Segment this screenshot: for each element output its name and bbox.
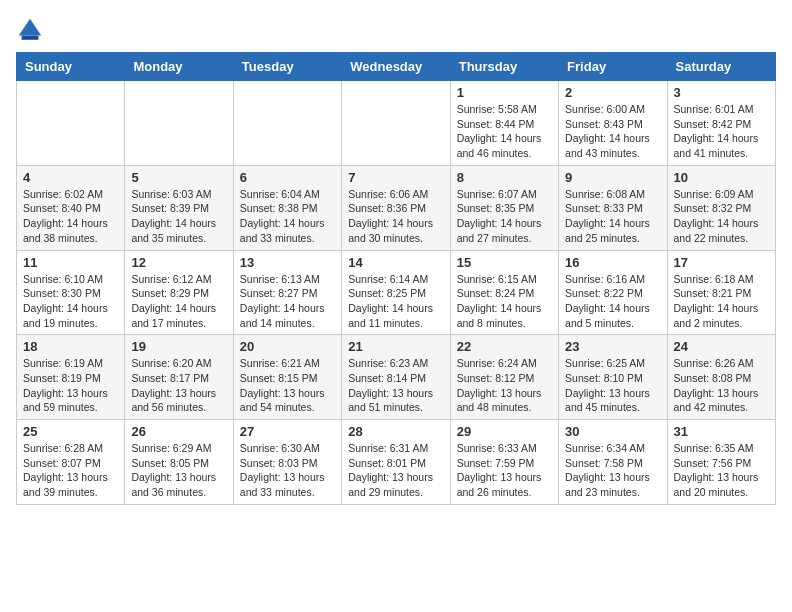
week-row-2: 11Sunrise: 6:10 AM Sunset: 8:30 PM Dayli… — [17, 250, 776, 335]
week-row-3: 18Sunrise: 6:19 AM Sunset: 8:19 PM Dayli… — [17, 335, 776, 420]
svg-rect-1 — [22, 36, 39, 40]
day-detail: Sunrise: 6:15 AM Sunset: 8:24 PM Dayligh… — [457, 272, 552, 331]
day-detail: Sunrise: 6:03 AM Sunset: 8:39 PM Dayligh… — [131, 187, 226, 246]
day-number: 19 — [131, 339, 226, 354]
week-row-0: 1Sunrise: 5:58 AM Sunset: 8:44 PM Daylig… — [17, 81, 776, 166]
day-detail: Sunrise: 5:58 AM Sunset: 8:44 PM Dayligh… — [457, 102, 552, 161]
day-number: 26 — [131, 424, 226, 439]
day-number: 21 — [348, 339, 443, 354]
day-number: 23 — [565, 339, 660, 354]
day-detail: Sunrise: 6:30 AM Sunset: 8:03 PM Dayligh… — [240, 441, 335, 500]
calendar-cell: 15Sunrise: 6:15 AM Sunset: 8:24 PM Dayli… — [450, 250, 558, 335]
day-number: 24 — [674, 339, 769, 354]
day-detail: Sunrise: 6:35 AM Sunset: 7:56 PM Dayligh… — [674, 441, 769, 500]
calendar-cell — [125, 81, 233, 166]
day-number: 27 — [240, 424, 335, 439]
day-detail: Sunrise: 6:09 AM Sunset: 8:32 PM Dayligh… — [674, 187, 769, 246]
day-detail: Sunrise: 6:23 AM Sunset: 8:14 PM Dayligh… — [348, 356, 443, 415]
calendar-cell: 6Sunrise: 6:04 AM Sunset: 8:38 PM Daylig… — [233, 165, 341, 250]
calendar-cell: 16Sunrise: 6:16 AM Sunset: 8:22 PM Dayli… — [559, 250, 667, 335]
calendar-cell: 3Sunrise: 6:01 AM Sunset: 8:42 PM Daylig… — [667, 81, 775, 166]
calendar-cell: 22Sunrise: 6:24 AM Sunset: 8:12 PM Dayli… — [450, 335, 558, 420]
calendar-cell: 19Sunrise: 6:20 AM Sunset: 8:17 PM Dayli… — [125, 335, 233, 420]
day-number: 17 — [674, 255, 769, 270]
day-detail: Sunrise: 6:07 AM Sunset: 8:35 PM Dayligh… — [457, 187, 552, 246]
calendar-cell: 28Sunrise: 6:31 AM Sunset: 8:01 PM Dayli… — [342, 420, 450, 505]
day-detail: Sunrise: 6:20 AM Sunset: 8:17 PM Dayligh… — [131, 356, 226, 415]
day-number: 29 — [457, 424, 552, 439]
day-detail: Sunrise: 6:14 AM Sunset: 8:25 PM Dayligh… — [348, 272, 443, 331]
day-number: 14 — [348, 255, 443, 270]
calendar-cell: 7Sunrise: 6:06 AM Sunset: 8:36 PM Daylig… — [342, 165, 450, 250]
day-number: 13 — [240, 255, 335, 270]
week-row-4: 25Sunrise: 6:28 AM Sunset: 8:07 PM Dayli… — [17, 420, 776, 505]
calendar-cell: 4Sunrise: 6:02 AM Sunset: 8:40 PM Daylig… — [17, 165, 125, 250]
day-detail: Sunrise: 6:18 AM Sunset: 8:21 PM Dayligh… — [674, 272, 769, 331]
day-number: 12 — [131, 255, 226, 270]
calendar-cell — [233, 81, 341, 166]
header-sunday: Sunday — [17, 53, 125, 81]
calendar-cell: 23Sunrise: 6:25 AM Sunset: 8:10 PM Dayli… — [559, 335, 667, 420]
day-detail: Sunrise: 6:13 AM Sunset: 8:27 PM Dayligh… — [240, 272, 335, 331]
day-number: 22 — [457, 339, 552, 354]
calendar-cell: 11Sunrise: 6:10 AM Sunset: 8:30 PM Dayli… — [17, 250, 125, 335]
day-detail: Sunrise: 6:12 AM Sunset: 8:29 PM Dayligh… — [131, 272, 226, 331]
calendar-cell: 26Sunrise: 6:29 AM Sunset: 8:05 PM Dayli… — [125, 420, 233, 505]
day-detail: Sunrise: 6:26 AM Sunset: 8:08 PM Dayligh… — [674, 356, 769, 415]
day-number: 8 — [457, 170, 552, 185]
day-number: 30 — [565, 424, 660, 439]
day-detail: Sunrise: 6:06 AM Sunset: 8:36 PM Dayligh… — [348, 187, 443, 246]
day-number: 25 — [23, 424, 118, 439]
calendar-cell: 27Sunrise: 6:30 AM Sunset: 8:03 PM Dayli… — [233, 420, 341, 505]
day-number: 28 — [348, 424, 443, 439]
day-detail: Sunrise: 6:08 AM Sunset: 8:33 PM Dayligh… — [565, 187, 660, 246]
day-detail: Sunrise: 6:24 AM Sunset: 8:12 PM Dayligh… — [457, 356, 552, 415]
calendar-cell: 24Sunrise: 6:26 AM Sunset: 8:08 PM Dayli… — [667, 335, 775, 420]
day-number: 6 — [240, 170, 335, 185]
calendar-cell: 2Sunrise: 6:00 AM Sunset: 8:43 PM Daylig… — [559, 81, 667, 166]
day-number: 31 — [674, 424, 769, 439]
day-detail: Sunrise: 6:04 AM Sunset: 8:38 PM Dayligh… — [240, 187, 335, 246]
header-thursday: Thursday — [450, 53, 558, 81]
day-number: 3 — [674, 85, 769, 100]
calendar-cell: 29Sunrise: 6:33 AM Sunset: 7:59 PM Dayli… — [450, 420, 558, 505]
calendar-cell: 10Sunrise: 6:09 AM Sunset: 8:32 PM Dayli… — [667, 165, 775, 250]
page-header — [16, 16, 776, 44]
header-tuesday: Tuesday — [233, 53, 341, 81]
calendar-cell — [342, 81, 450, 166]
day-detail: Sunrise: 6:31 AM Sunset: 8:01 PM Dayligh… — [348, 441, 443, 500]
calendar-cell: 12Sunrise: 6:12 AM Sunset: 8:29 PM Dayli… — [125, 250, 233, 335]
day-number: 16 — [565, 255, 660, 270]
calendar-cell: 18Sunrise: 6:19 AM Sunset: 8:19 PM Dayli… — [17, 335, 125, 420]
day-number: 18 — [23, 339, 118, 354]
day-detail: Sunrise: 6:19 AM Sunset: 8:19 PM Dayligh… — [23, 356, 118, 415]
week-row-1: 4Sunrise: 6:02 AM Sunset: 8:40 PM Daylig… — [17, 165, 776, 250]
day-number: 11 — [23, 255, 118, 270]
calendar-table: SundayMondayTuesdayWednesdayThursdayFrid… — [16, 52, 776, 505]
day-number: 5 — [131, 170, 226, 185]
header-wednesday: Wednesday — [342, 53, 450, 81]
logo-icon — [16, 16, 44, 44]
day-number: 2 — [565, 85, 660, 100]
day-number: 20 — [240, 339, 335, 354]
calendar-cell: 17Sunrise: 6:18 AM Sunset: 8:21 PM Dayli… — [667, 250, 775, 335]
calendar-cell: 14Sunrise: 6:14 AM Sunset: 8:25 PM Dayli… — [342, 250, 450, 335]
day-detail: Sunrise: 6:28 AM Sunset: 8:07 PM Dayligh… — [23, 441, 118, 500]
day-number: 9 — [565, 170, 660, 185]
calendar-cell: 9Sunrise: 6:08 AM Sunset: 8:33 PM Daylig… — [559, 165, 667, 250]
day-number: 4 — [23, 170, 118, 185]
day-number: 1 — [457, 85, 552, 100]
day-number: 15 — [457, 255, 552, 270]
header-monday: Monday — [125, 53, 233, 81]
day-number: 7 — [348, 170, 443, 185]
calendar-cell: 1Sunrise: 5:58 AM Sunset: 8:44 PM Daylig… — [450, 81, 558, 166]
calendar-cell: 5Sunrise: 6:03 AM Sunset: 8:39 PM Daylig… — [125, 165, 233, 250]
day-detail: Sunrise: 6:29 AM Sunset: 8:05 PM Dayligh… — [131, 441, 226, 500]
day-detail: Sunrise: 6:01 AM Sunset: 8:42 PM Dayligh… — [674, 102, 769, 161]
day-detail: Sunrise: 6:21 AM Sunset: 8:15 PM Dayligh… — [240, 356, 335, 415]
day-detail: Sunrise: 6:33 AM Sunset: 7:59 PM Dayligh… — [457, 441, 552, 500]
calendar-cell: 13Sunrise: 6:13 AM Sunset: 8:27 PM Dayli… — [233, 250, 341, 335]
calendar-cell: 21Sunrise: 6:23 AM Sunset: 8:14 PM Dayli… — [342, 335, 450, 420]
calendar-cell: 8Sunrise: 6:07 AM Sunset: 8:35 PM Daylig… — [450, 165, 558, 250]
calendar-header-row: SundayMondayTuesdayWednesdayThursdayFrid… — [17, 53, 776, 81]
